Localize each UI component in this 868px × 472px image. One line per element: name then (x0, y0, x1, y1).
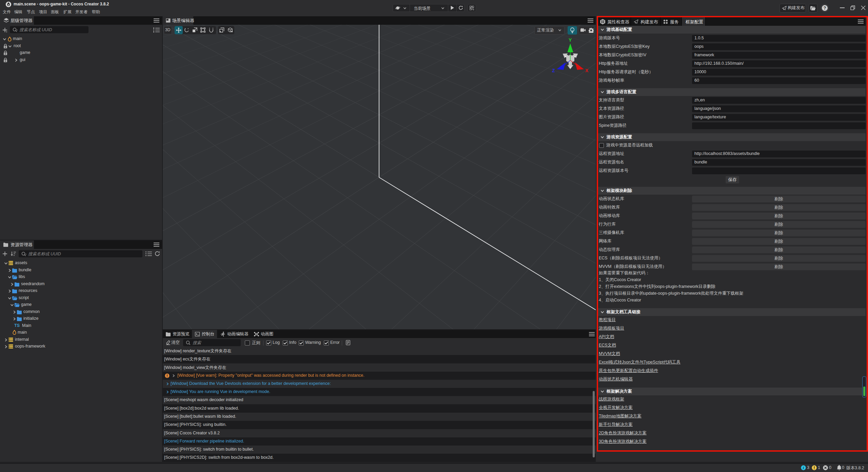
svg-text:Y: Y (569, 37, 572, 43)
svg-text:?: ? (824, 5, 826, 11)
svg-text:Z: Z (552, 68, 555, 73)
svg-text:X: X (585, 68, 589, 73)
